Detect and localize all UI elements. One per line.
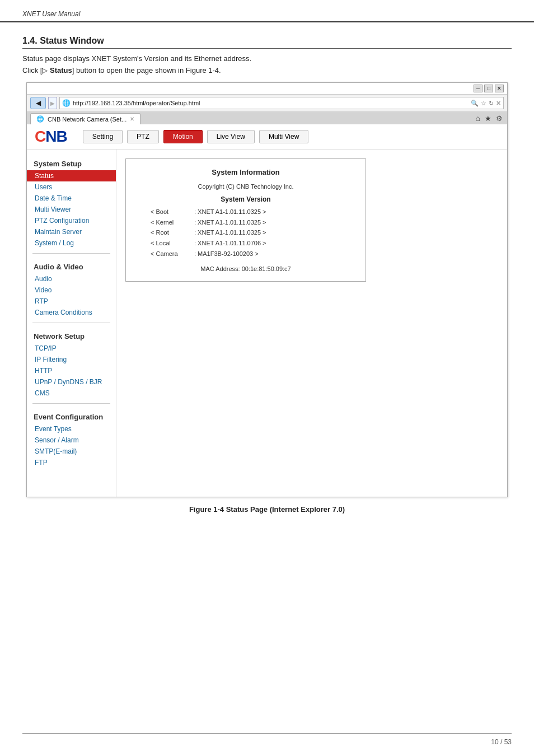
close-x-icon: ✕ [496, 100, 501, 107]
sidebar-item-maintain[interactable]: Maintain Server [27, 226, 116, 237]
sidebar-item-camera-conditions[interactable]: Camera Conditions [27, 307, 116, 318]
sidebar-item-cms[interactable]: CMS [27, 388, 116, 399]
cnb-sidebar: System Setup Status Users Date & Time Mu… [27, 150, 116, 497]
sidebar-item-rtp[interactable]: RTP [27, 296, 116, 307]
section-desc2: Click [▷ Status] button to open the page… [22, 66, 512, 74]
address-text: http://192.168.123.35/html/operator/Setu… [73, 100, 469, 106]
sidebar-item-ftp[interactable]: FTP [27, 457, 116, 468]
ptz-nav-button[interactable]: PTZ [127, 130, 159, 143]
browser-window: ─ □ ✕ ◀ ▶ 🌐 http://192.168.123.35/html/o… [26, 82, 508, 497]
root-label: < Root [151, 227, 190, 238]
system-info-box: System Information Copyright (C) CNB Tec… [125, 158, 366, 282]
multiview-nav-button[interactable]: Multi View [259, 130, 308, 143]
sidebar-item-audio[interactable]: Audio [27, 273, 116, 284]
sidebar-item-video[interactable]: Video [27, 284, 116, 296]
setting-nav-button[interactable]: Setting [83, 130, 123, 143]
section-desc1: Status page displays XNET System's Versi… [22, 54, 512, 63]
tabs-list: 🌐 CNB Network Camera (Set... ✕ [27, 112, 144, 124]
back-icon: ◀ [36, 99, 41, 107]
cnb-logo: CNB [35, 128, 67, 146]
footer-divider [22, 733, 512, 734]
browser-nav-icons: ⌂ ★ ⚙ [471, 112, 507, 124]
liveview-nav-button[interactable]: Live View [207, 130, 255, 143]
sidebar-item-tcpip[interactable]: TCP/IP [27, 343, 116, 354]
gear-icon[interactable]: ⚙ [496, 114, 503, 123]
tabs-row: 🌐 CNB Network Camera (Set... ✕ ⌂ ★ ⚙ [27, 112, 507, 124]
version-row-local: < Local : XNET A1-1.01.11.0706 > [151, 238, 352, 249]
back-button[interactable]: ◀ [30, 97, 46, 109]
sidebar-group-av: Audio & Video [27, 258, 116, 273]
cnb-main-panel: System Information Copyright (C) CNB Tec… [116, 150, 507, 497]
camera-label: < Camera [151, 249, 190, 259]
reload-icon: ↻ [489, 100, 494, 107]
tab-favicon: 🌐 [36, 115, 44, 123]
sidebar-item-multiviewer[interactable]: Multi Viewer [27, 204, 116, 215]
sidebar-item-smtp[interactable]: SMTP(E-mail) [27, 446, 116, 457]
version-row-kernel: < Kernel : XNET A1-1.01.11.0325 > [151, 217, 352, 228]
sidebar-item-ipfiltering[interactable]: IP Filtering [27, 354, 116, 365]
sidebar-item-upnp[interactable]: UPnP / DynDNS / BJR [27, 376, 116, 388]
boot-label: < Boot [151, 207, 190, 217]
local-value: : XNET A1-1.01.11.0706 > [194, 238, 266, 249]
version-table: < Boot : XNET A1-1.01.11.0325 > < Kernel… [139, 207, 352, 259]
bookmark-icon: ☆ [481, 100, 486, 107]
sidebar-item-event-types[interactable]: Event Types [27, 423, 116, 435]
mac-address: MAC Address: 00:1e:81:50:09:c7 [139, 265, 352, 272]
forward-button[interactable]: ▶ [48, 97, 57, 109]
sidebar-divider-3 [32, 403, 110, 404]
triangle-icon: ▷ [42, 66, 48, 74]
maximize-button[interactable]: □ [484, 85, 493, 92]
root-value: : XNET A1-1.01.11.0325 > [194, 227, 266, 238]
main-content: 1.4. Status Window Status page displays … [0, 22, 534, 536]
sidebar-item-http[interactable]: HTTP [27, 365, 116, 376]
version-section-title: System Version [139, 195, 352, 203]
camera-value: : MA1F3B-92-100203 > [194, 249, 259, 259]
star-icon[interactable]: ★ [485, 114, 491, 123]
motion-nav-button[interactable]: Motion [163, 130, 203, 143]
sidebar-item-syslog[interactable]: System / Log [27, 237, 116, 249]
copyright-text: Copyright (C) CNB Technology Inc. [139, 183, 352, 190]
version-row-boot: < Boot : XNET A1-1.01.11.0325 > [151, 207, 352, 217]
sidebar-divider-2 [32, 323, 110, 323]
page-footer: 10 / 53 [491, 738, 512, 746]
sidebar-group-network: Network Setup [27, 328, 116, 343]
boot-value: : XNET A1-1.01.11.0325 > [194, 207, 266, 217]
home-icon[interactable]: ⌂ [476, 114, 480, 123]
sidebar-item-sensor-alarm[interactable]: Sensor / Alarm [27, 435, 116, 446]
minimize-button[interactable]: ─ [474, 85, 483, 92]
sidebar-item-users[interactable]: Users [27, 181, 116, 193]
search-icon: 🔍 [471, 100, 479, 107]
status-bold: Status [50, 66, 72, 74]
browser-toolbar: ◀ ▶ 🌐 http://192.168.123.35/html/operato… [27, 95, 507, 112]
manual-header: XNET User Manual [0, 0, 534, 22]
local-label: < Local [151, 238, 190, 249]
sidebar-group-system: System Setup [27, 155, 116, 170]
sidebar-item-ptz-config[interactable]: PTZ Configuration [27, 215, 116, 226]
section-title: 1.4. Status Window [22, 36, 512, 49]
figure-caption: Figure 1-4 Status Page (Internet Explore… [22, 505, 512, 514]
kernel-label: < Kernel [151, 217, 190, 228]
version-row-root: < Root : XNET A1-1.01.11.0325 > [151, 227, 352, 238]
tab-label: CNB Network Camera (Set... [48, 116, 127, 123]
sidebar-item-datetime[interactable]: Date & Time [27, 193, 116, 204]
address-bar[interactable]: 🌐 http://192.168.123.35/html/operator/Se… [59, 97, 504, 109]
sidebar-group-events: Event Configuration [27, 408, 116, 423]
cnb-app: CNB Setting PTZ Motion Live View Multi V… [27, 124, 507, 497]
tab-close-icon[interactable]: ✕ [130, 116, 134, 122]
forward-icon: ▶ [50, 100, 55, 106]
active-tab[interactable]: 🌐 CNB Network Camera (Set... ✕ [30, 113, 140, 124]
cnb-body: System Setup Status Users Date & Time Mu… [27, 150, 507, 497]
browser-titlebar: ─ □ ✕ [27, 83, 507, 95]
kernel-value: : XNET A1-1.01.11.0325 > [194, 217, 266, 228]
close-button[interactable]: ✕ [495, 85, 504, 92]
system-info-title: System Information [139, 168, 352, 176]
cnb-navbar: CNB Setting PTZ Motion Live View Multi V… [27, 124, 507, 150]
globe-icon: 🌐 [62, 99, 71, 107]
version-row-camera: < Camera : MA1F3B-92-100203 > [151, 249, 352, 259]
sidebar-divider-1 [32, 253, 110, 254]
sidebar-item-status[interactable]: Status [27, 170, 116, 181]
